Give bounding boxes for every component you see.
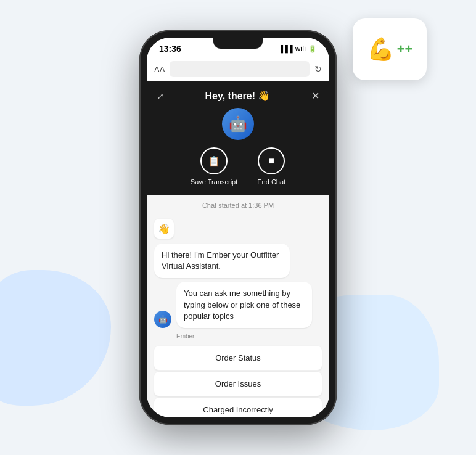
quick-replies: Order Status Order Issues Charged Incorr… (147, 343, 329, 417)
message-bubble-1: Hi there! I'm Ember your Outfitter Virtu… (154, 244, 290, 278)
aa-text: AA (154, 65, 165, 74)
status-icons: ▐▐▐ wifi 🔋 (278, 44, 317, 53)
chat-title: Hey, there! 👋 (205, 90, 271, 102)
bot-avatar-small: 🤖 (154, 311, 171, 328)
close-icon[interactable]: ✕ (311, 90, 319, 102)
bot-name-label: Ember (176, 333, 322, 340)
quick-reply-order-status[interactable]: Order Status (154, 346, 322, 371)
app-icon-badge: 💪 ++ (353, 18, 427, 80)
bot-face-small-icon: 🤖 (158, 315, 168, 324)
browser-bar: AA ↻ (147, 57, 329, 81)
end-chat-label: End Chat (257, 178, 285, 186)
chat-header-top: ⤢ Hey, there! 👋 ✕ (157, 90, 319, 102)
url-bar[interactable] (170, 61, 310, 77)
bot-message-row-2: 🤖 You can ask me something by typing bel… (154, 282, 322, 328)
save-transcript-button[interactable]: 📋 Save Transcript (191, 147, 237, 186)
expand-icon[interactable]: ⤢ (157, 91, 164, 101)
phone-frame: 13:36 ▐▐▐ wifi 🔋 AA ↻ ⤢ Hey, there! 👋 ✕ … (139, 30, 337, 425)
plus-plus-label: ++ (397, 41, 413, 57)
message-group: 👋 Hi there! I'm Ember your Outfitter Vir… (147, 215, 329, 343)
save-transcript-circle: 📋 (200, 147, 228, 174)
end-chat-icon: ■ (268, 155, 274, 166)
phone-screen: 13:36 ▐▐▐ wifi 🔋 AA ↻ ⤢ Hey, there! 👋 ✕ … (147, 38, 329, 417)
phone-notch (213, 38, 263, 49)
status-time: 13:36 (159, 44, 181, 54)
end-chat-button[interactable]: ■ End Chat (257, 147, 285, 186)
chat-actions: 📋 Save Transcript ■ End Chat (191, 147, 285, 186)
battery-icon: 🔋 (308, 45, 317, 53)
background-blob-left (0, 270, 111, 406)
quick-reply-charged-incorrectly[interactable]: Charged Incorrectly (154, 398, 322, 417)
wifi-icon: wifi (295, 44, 306, 53)
chat-header: ⤢ Hey, there! 👋 ✕ 🤖 📋 Save Transcript ■ (147, 81, 329, 195)
quick-reply-order-issues[interactable]: Order Issues (154, 372, 322, 396)
message-bubble-2: You can ask me something by typing below… (176, 282, 312, 328)
refresh-icon[interactable]: ↻ (314, 64, 322, 74)
save-transcript-label: Save Transcript (191, 178, 237, 186)
wave-icon: 👋 (154, 219, 174, 239)
chat-body: Chat started at 1:36 PM 👋 Hi there! I'm … (147, 195, 329, 417)
signal-icon: ▐▐▐ (278, 45, 292, 52)
muscle-emoji-icon: 💪 (367, 36, 395, 62)
chat-timestamp: Chat started at 1:36 PM (147, 195, 329, 215)
end-chat-circle: ■ (258, 147, 285, 174)
save-transcript-icon: 📋 (208, 155, 220, 167)
bot-avatar-large: 🤖 (222, 108, 254, 140)
bot-face-icon: 🤖 (229, 115, 247, 133)
